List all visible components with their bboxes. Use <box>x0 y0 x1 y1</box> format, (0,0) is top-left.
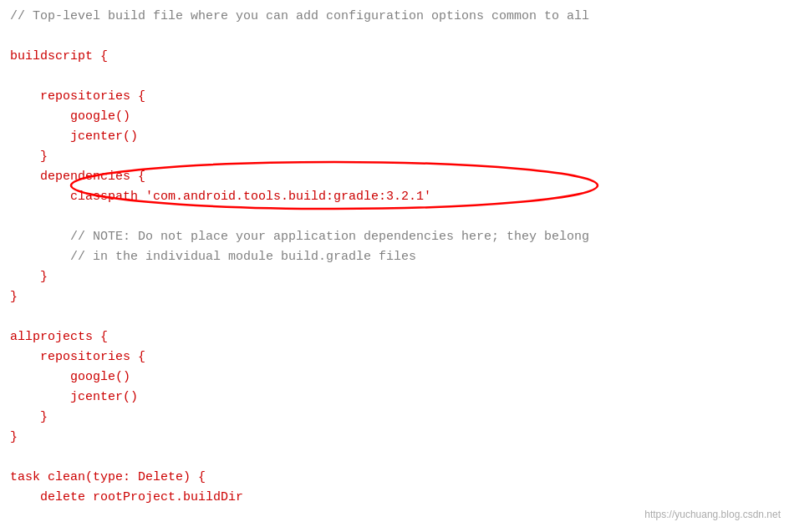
code-line-15: } <box>10 287 779 307</box>
code-line-22: } <box>10 428 779 448</box>
code-line-10: classpath 'com.android.tools.build:gradl… <box>10 187 779 207</box>
code-line-11 <box>10 207 779 227</box>
code-line-19: google() <box>10 367 779 388</box>
code-line-23 <box>10 448 779 468</box>
code-line-25: delete rootProject.buildDir <box>10 488 779 508</box>
code-editor: // Top-level build file where you can ad… <box>0 0 789 514</box>
code-line-16 <box>10 307 779 327</box>
code-line-21: } <box>10 408 779 428</box>
code-line-9: dependencies { <box>10 167 779 187</box>
code-line-13: // in the individual module build.gradle… <box>10 247 779 267</box>
code-line-12: // NOTE: Do not place your application d… <box>10 227 779 247</box>
code-line-8: } <box>10 147 779 167</box>
code-line-17: allprojects { <box>10 327 779 347</box>
code-line-1: // Top-level build file where you can ad… <box>10 7 779 27</box>
code-line-24: task clean(type: Delete) { <box>10 468 779 488</box>
code-line-4 <box>10 67 779 87</box>
code-line-5: repositories { <box>10 87 779 107</box>
code-line-6: google() <box>10 107 779 127</box>
code-line-3: buildscript { <box>10 47 779 67</box>
code-line-2 <box>10 27 779 47</box>
code-line-18: repositories { <box>10 347 779 367</box>
code-line-20: jcenter() <box>10 388 779 408</box>
code-line-14: } <box>10 267 779 287</box>
watermark: https://yuchuang.blog.csdn.net <box>644 509 781 520</box>
code-line-7: jcenter() <box>10 127 779 147</box>
